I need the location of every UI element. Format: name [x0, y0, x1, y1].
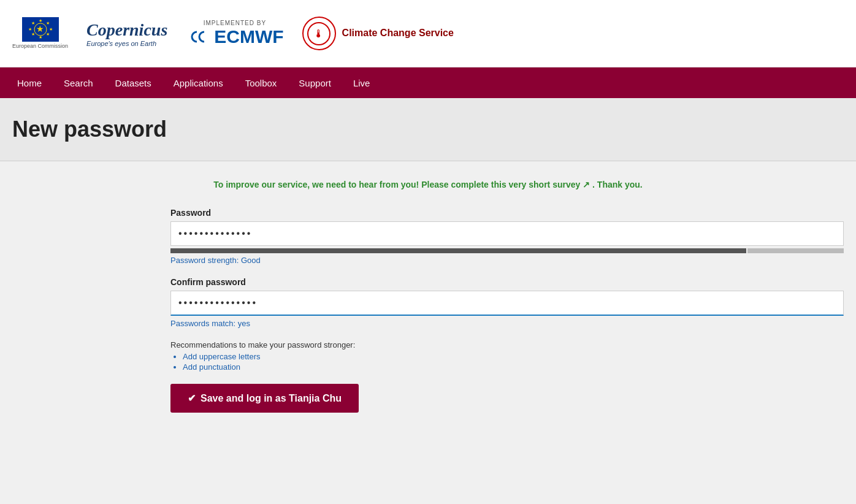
page-title: New password: [12, 116, 844, 142]
ecmwf-main: ECMWF: [186, 26, 283, 47]
ecmwf-logo: IMPLEMENTED BY ECMWF: [186, 20, 283, 47]
recommendation-punctuation: Add punctuation: [183, 362, 844, 372]
ccs-logo: 🌡 Climate Change Service: [302, 17, 454, 50]
survey-text-after: . Thank you.: [592, 180, 643, 189]
svg-text:★: ★: [45, 32, 50, 36]
recommendations-section: Recommendations to make your password st…: [170, 340, 844, 372]
svg-text:★: ★: [28, 27, 32, 31]
nav-live[interactable]: Live: [342, 67, 381, 98]
main-nav: Home Search Datasets Applications Toolbo…: [0, 67, 856, 98]
svg-text:★: ★: [38, 18, 42, 23]
ccs-name: Climate Change Service: [342, 27, 454, 40]
svg-text:★: ★: [31, 32, 35, 36]
password-label: Password: [170, 208, 844, 218]
svg-text:🌡: 🌡: [313, 28, 324, 40]
survey-link[interactable]: ↗: [583, 180, 590, 189]
nav-search[interactable]: Search: [53, 67, 104, 98]
svg-text:★: ★: [36, 24, 45, 34]
confirm-password-group: Confirm password Passwords match: yes: [170, 277, 844, 328]
save-button-label: Save and log in as Tianjia Chu: [201, 393, 342, 404]
confirm-password-input[interactable]: [170, 291, 844, 316]
confirm-password-label: Confirm password: [170, 277, 844, 287]
copernicus-name: Copernicus: [86, 20, 167, 40]
password-group: Password Password strength: Good: [170, 208, 844, 265]
nav-home[interactable]: Home: [6, 67, 53, 98]
main-content: To improve our service, we need to hear …: [0, 161, 856, 431]
passwords-match-text: Passwords match: yes: [170, 319, 844, 328]
eu-label: European Commission: [12, 43, 68, 50]
strength-bar-filled-1: [170, 248, 746, 253]
recommendations-list: Add uppercase letters Add punctuation: [183, 352, 844, 372]
page-header: ★ ★ ★ ★ ★ ★ ★ ★ ★ European Commission Co…: [0, 0, 856, 67]
recommendation-uppercase: Add uppercase letters: [183, 352, 844, 361]
password-form: Password Password strength: Good Confirm…: [170, 208, 844, 413]
password-strength-text: Password strength: Good: [170, 256, 844, 265]
survey-banner: To improve our service, we need to hear …: [12, 180, 844, 189]
svg-text:★: ★: [31, 21, 35, 25]
eu-flag-icon: ★ ★ ★ ★ ★ ★ ★ ★ ★: [22, 17, 59, 42]
nav-support[interactable]: Support: [288, 67, 342, 98]
svg-text:★: ★: [45, 21, 50, 25]
recommendations-label: Recommendations to make your password st…: [170, 340, 355, 349]
nav-applications[interactable]: Applications: [162, 67, 234, 98]
save-button[interactable]: ✔ Save and log in as Tianjia Chu: [170, 384, 359, 413]
ecmwf-name: ECMWF: [214, 26, 283, 47]
survey-text-before: To improve our service, we need to hear …: [213, 180, 580, 189]
ecmwf-icon: [186, 28, 210, 46]
svg-text:★: ★: [38, 35, 42, 39]
nav-datasets[interactable]: Datasets: [104, 67, 162, 98]
copernicus-sub: Europe's eyes on Earth: [86, 40, 156, 47]
checkmark-icon: ✔: [188, 392, 196, 404]
strength-bar-light-1: [747, 248, 844, 253]
svg-rect-11: [186, 28, 210, 46]
eu-logo: ★ ★ ★ ★ ★ ★ ★ ★ ★ European Commission: [12, 17, 68, 50]
ecmwf-implemented-by: IMPLEMENTED BY: [204, 20, 266, 26]
nav-toolbox[interactable]: Toolbox: [234, 67, 288, 98]
page-body: New password To improve our service, we …: [0, 98, 856, 504]
copernicus-logo: Copernicus Europe's eyes on Earth: [86, 20, 167, 47]
svg-text:★: ★: [48, 27, 53, 31]
password-input[interactable]: [170, 221, 844, 246]
strength-bar: [170, 248, 844, 253]
page-title-section: New password: [0, 98, 856, 161]
ccs-thermometer-icon: 🌡: [302, 17, 336, 50]
